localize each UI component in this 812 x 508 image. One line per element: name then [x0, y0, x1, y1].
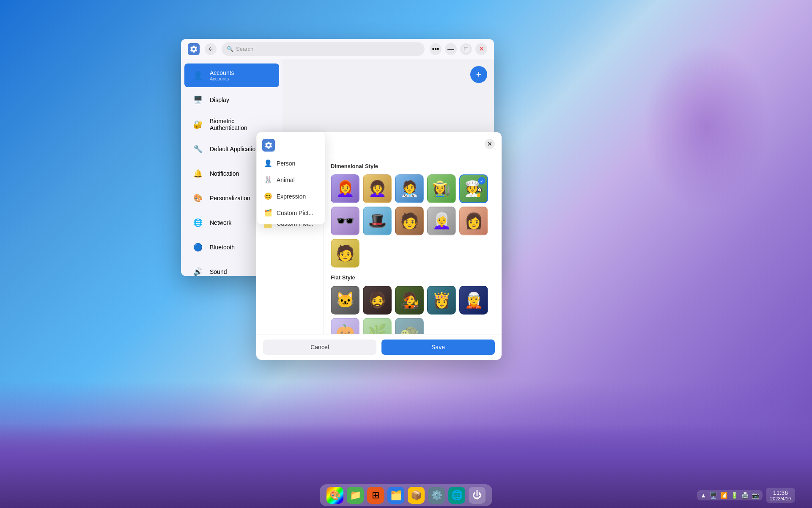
avatar-d8[interactable]: 🧑 [395, 207, 424, 235]
system-tray: ▲ 🖥️ 📶 🔋 🖨️ 📷 [697, 490, 763, 500]
network-label: Network [210, 219, 231, 226]
maximize-icon: □ [464, 45, 468, 53]
taskbar-clock[interactable]: 11:36 2023/4/19 [766, 488, 795, 503]
sidebar-item-display[interactable]: 🖥️ Display [184, 88, 279, 112]
mail-icon[interactable]: 📦 [408, 487, 425, 504]
avatar-d6[interactable]: 🕶️ [331, 207, 359, 235]
avatar-picker-footer: Cancel Save [256, 334, 502, 360]
taskbar: 🎨 📁 ⊞ 🗂️ 📦 ⚙️ 🌐 ⏻ ▲ 🖥️ 📶 🔋 🖨️ 📷 11:36 20… [0, 483, 812, 508]
maximize-button[interactable]: □ [460, 43, 472, 55]
category-animal[interactable]: 🐰 Animal [257, 171, 325, 188]
display-icon: 🖥️ [191, 93, 205, 107]
avatar-f6[interactable]: 🎃 [331, 318, 359, 334]
power-icon[interactable]: ⏻ [469, 487, 486, 504]
avatar-f3[interactable]: 🧑‍🎤 [395, 286, 424, 315]
bluetooth-icon: 🔵 [191, 240, 205, 254]
avatar-d4[interactable]: 👩‍🌾 [427, 174, 456, 203]
expression-label: Expression [277, 193, 306, 200]
custom-icon: 🗂️ [264, 209, 272, 217]
titlebar: 🔍 Search ••• — □ ✕ [181, 39, 494, 59]
network-icon: 🌐 [191, 216, 205, 229]
tray-wifi-icon[interactable]: 📶 [720, 492, 727, 499]
tray-battery-icon[interactable]: 🔋 [731, 492, 738, 499]
avatar-d7-img: 🎩 [368, 212, 387, 230]
animal-label: Animal [277, 177, 295, 183]
minimize-icon: — [447, 45, 454, 53]
tray-camera-icon[interactable]: 📷 [752, 492, 759, 499]
flat-style-title: Flat Style [331, 274, 495, 281]
titlebar-actions: ••• — □ ✕ [430, 43, 487, 55]
expression-icon: 😊 [264, 192, 272, 200]
avatar-d10-img: 👩 [464, 212, 483, 230]
category-person[interactable]: 👤 Person [257, 155, 325, 171]
add-account-button[interactable]: + [470, 66, 487, 83]
avatar-d10[interactable]: 👩 [459, 207, 488, 235]
personalization-icon: 🎨 [191, 191, 205, 205]
files-icon[interactable]: 📁 [347, 487, 364, 504]
clock-date: 2023/4/19 [770, 496, 791, 501]
avatar-f1[interactable]: 🐱 [331, 286, 359, 315]
avatar-f4-img: 👸 [432, 291, 451, 309]
avatar-f7[interactable]: 🌿 [363, 318, 392, 334]
file-manager-icon[interactable]: 🗂️ [387, 487, 404, 504]
picker-close-icon: ✕ [487, 141, 492, 147]
notification-label: Notification [210, 170, 239, 177]
category-custom[interactable]: 🗂️ Custom Pict... [257, 204, 325, 221]
avatar-d2-img: 👩‍🦱 [368, 180, 387, 198]
picker-close-button[interactable]: ✕ [485, 139, 495, 149]
biometric-label: Biometric Authentication [210, 118, 272, 131]
save-button[interactable]: Save [381, 340, 495, 355]
default-apps-label: Default Applications [210, 146, 262, 152]
avatar-d1[interactable]: 👩‍🦰 [331, 174, 359, 203]
dimensional-avatar-grid: 👩‍🦰 👩‍🦱 🧑‍⚕️ 👩‍🌾 🧑‍🍳 ✓ 🕶️ [331, 174, 495, 268]
avatar-f3-img: 🧑‍🎤 [400, 291, 419, 309]
app-grid-icon[interactable]: ⊞ [367, 487, 384, 504]
back-button[interactable] [205, 43, 217, 55]
avatar-d9[interactable]: 👩‍🦳 [427, 207, 456, 235]
search-icon: 🔍 [227, 46, 233, 52]
context-menu-header [257, 135, 325, 155]
search-bar[interactable]: 🔍 Search [222, 42, 425, 56]
display-label: Display [210, 97, 229, 103]
cancel-button[interactable]: Cancel [263, 340, 376, 355]
avatar-f5[interactable]: 🧝 [459, 286, 488, 315]
avatar-f8[interactable]: 🐢 [395, 318, 424, 334]
close-button[interactable]: ✕ [475, 43, 487, 55]
avatar-d1-img: 👩‍🦰 [336, 180, 355, 198]
personalization-label: Personalization [210, 195, 250, 202]
avatar-f2[interactable]: 🧔 [363, 286, 392, 315]
minimize-button[interactable]: — [445, 43, 457, 55]
sound-icon: 🔊 [191, 265, 205, 276]
browser-icon[interactable]: 🌐 [448, 487, 465, 504]
flat-avatar-grid: 🐱 🧔 🧑‍🎤 👸 🧝 🎃 🌿 [331, 286, 495, 334]
launcher-icon[interactable]: 🎨 [326, 487, 343, 504]
avatar-d3-img: 🧑‍⚕️ [400, 180, 419, 198]
avatar-d11[interactable]: 🧑 [331, 239, 359, 268]
settings-icon[interactable]: ⚙️ [428, 487, 445, 504]
avatar-d5[interactable]: 🧑‍🍳 ✓ [459, 174, 488, 203]
accounts-text: Accounts Accounts [210, 69, 234, 81]
avatar-d2[interactable]: 👩‍🦱 [363, 174, 392, 203]
avatar-f4[interactable]: 👸 [427, 286, 456, 315]
tray-arrows-icon[interactable]: ▲ [700, 492, 706, 499]
accounts-icon: 👤 [191, 69, 205, 82]
tray-print-icon[interactable]: 🖨️ [741, 492, 749, 499]
avatar-d11-img: 🧑 [336, 244, 355, 262]
tray-display-icon[interactable]: 🖥️ [710, 492, 717, 499]
bg-decoration [643, 42, 770, 212]
avatar-d9-img: 👩‍🦳 [432, 212, 451, 230]
avatar-f7-img: 🌿 [368, 323, 387, 334]
category-expression[interactable]: 😊 Expression [257, 188, 325, 204]
more-button[interactable]: ••• [430, 43, 442, 55]
dimensional-style-title: Dimensional Style [331, 163, 495, 169]
sidebar-item-accounts[interactable]: 👤 Accounts Accounts [184, 64, 279, 87]
avatar-d8-img: 🧑 [400, 212, 419, 230]
avatar-f1-img: 🐱 [336, 291, 355, 309]
person-icon: 👤 [264, 159, 272, 167]
person-label: Person [277, 160, 295, 167]
avatar-d7[interactable]: 🎩 [363, 207, 392, 235]
avatar-d3[interactable]: 🧑‍⚕️ [395, 174, 424, 203]
context-menu-app-icon [262, 139, 275, 152]
avatar-f2-img: 🧔 [368, 291, 387, 309]
more-icon: ••• [432, 45, 439, 53]
